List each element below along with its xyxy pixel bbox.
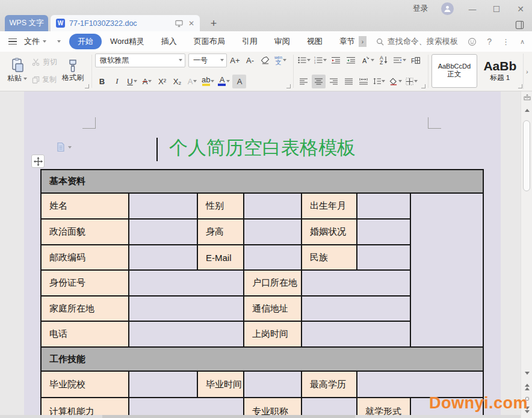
field-label-cell[interactable]: 毕业院校	[41, 371, 129, 398]
paste-button[interactable]: 粘贴	[5, 56, 29, 85]
field-label-cell[interactable]: E-Mail	[197, 245, 244, 270]
cut-button[interactable]: 剪切	[32, 57, 57, 67]
task-pane-toggle-icon[interactable]	[515, 20, 524, 29]
scrollbar-thumb[interactable]	[523, 120, 530, 191]
field-label-cell[interactable]: 邮政编码	[41, 245, 129, 270]
text-effects-button[interactable]: A	[185, 75, 199, 88]
field-label-cell[interactable]: 家庭所在地	[41, 296, 129, 321]
field-label-cell[interactable]: 上岗时间	[244, 321, 302, 347]
styles-gallery-more-button[interactable]: ›	[523, 54, 531, 89]
field-value-cell[interactable]	[244, 219, 302, 245]
clear-format-button[interactable]	[258, 54, 272, 67]
scroll-down-button[interactable]	[521, 372, 532, 375]
previous-page-button[interactable]	[521, 384, 532, 390]
tab-page-layout[interactable]: 页面布局	[185, 34, 234, 49]
font-size-select[interactable]: 一号	[188, 54, 227, 67]
vertical-scrollbar[interactable]	[521, 91, 532, 418]
align-right-button[interactable]	[327, 75, 341, 88]
shrink-font-button[interactable]: A-	[243, 54, 257, 67]
highlight-color-button[interactable]: ab	[200, 75, 215, 88]
tab-word-genie[interactable]: Word精灵	[102, 34, 153, 49]
avatar[interactable]	[441, 2, 454, 15]
borders-button[interactable]	[404, 75, 419, 88]
subscript-button[interactable]: X₂	[170, 75, 184, 88]
field-label-cell[interactable]: 电话	[41, 321, 129, 347]
field-label-cell[interactable]: 通信地址	[244, 296, 302, 321]
search-input[interactable]: 查找命令、搜索模板	[376, 36, 458, 47]
align-center-button[interactable]	[312, 75, 326, 88]
scroll-up-button[interactable]	[521, 109, 532, 112]
character-shading-button[interactable]: A	[232, 75, 246, 88]
help-icon[interactable]: ?	[487, 37, 492, 46]
collapse-ribbon-icon[interactable]: ∧	[520, 38, 525, 46]
tab-home[interactable]: 开始	[69, 34, 102, 49]
tab-table-button[interactable]: F	[409, 54, 422, 67]
close-tab-icon[interactable]: ✕	[188, 19, 194, 28]
style-heading1[interactable]: AaBb 标题 1	[477, 54, 523, 88]
field-value-cell[interactable]	[302, 296, 410, 321]
quick-access-chevron-icon[interactable]	[57, 40, 61, 43]
field-value-cell[interactable]	[302, 321, 410, 347]
field-value-cell[interactable]	[129, 193, 197, 219]
resume-table[interactable]: 基本资料姓名性别出生年月政治面貌身高婚姻状况邮政编码E-Mail民族身份证号户口…	[40, 169, 484, 418]
field-label-cell[interactable]: 民族	[302, 245, 357, 270]
horizontal-scrollbar-thumb[interactable]	[102, 415, 355, 418]
field-value-cell[interactable]	[129, 296, 244, 321]
tab-references[interactable]: 引用	[234, 34, 266, 49]
numbered-list-button[interactable]: 123	[313, 54, 328, 67]
field-value-cell[interactable]	[129, 270, 244, 296]
field-value-cell[interactable]	[244, 193, 302, 219]
justify-button[interactable]	[342, 75, 356, 88]
underline-button[interactable]: U	[125, 75, 139, 88]
field-value-cell[interactable]	[244, 245, 302, 270]
copy-button[interactable]: 复制	[32, 75, 57, 85]
superscript-button[interactable]: X²	[155, 75, 169, 88]
align-left-button[interactable]	[297, 75, 311, 88]
line-spacing-button[interactable]	[372, 75, 386, 88]
field-label-cell[interactable]: 姓名	[41, 193, 129, 219]
maximize-button[interactable]: ☐	[491, 4, 502, 14]
section-header-cell[interactable]: 工作技能	[41, 347, 483, 371]
feedback-icon[interactable]	[468, 37, 477, 46]
section-header-cell[interactable]: 基本资料	[41, 170, 483, 193]
minimize-button[interactable]: —	[467, 4, 478, 14]
document-tab[interactable]: W 77-1F1030Z322.doc ✕	[51, 15, 200, 31]
close-window-button[interactable]: ✕	[515, 4, 526, 14]
field-label-cell[interactable]: 最高学历	[302, 371, 357, 398]
horizontal-scrollbar[interactable]	[0, 415, 521, 418]
more-options-icon[interactable]: ⋮	[502, 37, 510, 46]
new-tab-button[interactable]: +	[207, 17, 220, 30]
field-label-cell[interactable]: 户口所在地	[244, 270, 302, 296]
field-value-cell[interactable]	[357, 219, 410, 245]
paragraph-layout-button[interactable]	[392, 54, 407, 67]
increase-indent-button[interactable]	[344, 54, 358, 67]
distribute-button[interactable]	[357, 75, 371, 88]
wps-home-tab[interactable]: WPS 文字	[5, 15, 48, 31]
decrease-indent-button[interactable]	[329, 54, 343, 67]
file-menu[interactable]: 文件	[8, 36, 46, 47]
field-label-cell[interactable]: 毕业时间	[197, 371, 244, 398]
font-color-button[interactable]: A	[217, 75, 231, 88]
login-button[interactable]: 登录	[413, 4, 428, 14]
document-title[interactable]: 个人简历空白表格模板	[24, 135, 501, 161]
phonetic-guide-button[interactable]: wén文	[273, 54, 288, 67]
strikethrough-button[interactable]: A	[140, 75, 154, 88]
tab-insert[interactable]: 插入	[153, 34, 185, 49]
field-value-cell[interactable]	[129, 321, 244, 347]
tab-review[interactable]: 审阅	[266, 34, 298, 49]
font-name-select[interactable]: 微软雅黑	[95, 54, 185, 67]
field-value-cell[interactable]	[357, 245, 410, 270]
grow-font-button[interactable]: A+	[228, 54, 242, 67]
field-value-cell[interactable]	[129, 245, 197, 270]
field-label-cell[interactable]: 出生年月	[302, 193, 357, 219]
bullet-list-button[interactable]	[297, 54, 312, 67]
photo-cell[interactable]	[410, 193, 483, 347]
text-direction-button[interactable]: A	[359, 54, 376, 67]
field-label-cell[interactable]: 婚姻状况	[302, 219, 357, 245]
section-more-button[interactable]: ›	[359, 36, 367, 47]
tab-section[interactable]: 章节	[331, 34, 359, 49]
field-value-cell[interactable]	[129, 371, 197, 398]
format-painter-button[interactable]: 格式刷	[60, 57, 86, 85]
field-value-cell[interactable]	[302, 270, 410, 296]
field-label-cell[interactable]: 身份证号	[41, 270, 129, 296]
